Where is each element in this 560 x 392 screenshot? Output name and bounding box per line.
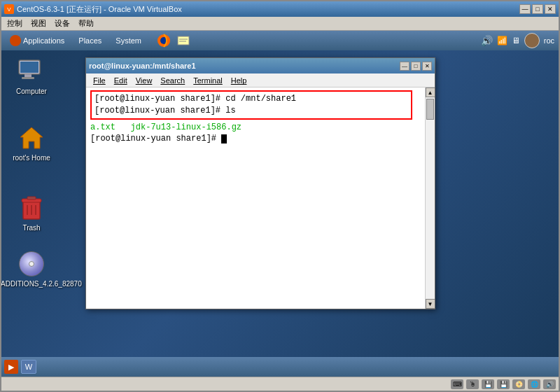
terminal-window: root@linux-yuan:/mnt/share1 — □ ✕ File E… bbox=[85, 57, 435, 309]
vbox-status-icon-audio[interactable]: 🔊 bbox=[543, 379, 556, 389]
guest-menu-applications[interactable]: Applications bbox=[6, 34, 69, 48]
guest-menu-places[interactable]: Places bbox=[74, 35, 106, 46]
home-icon-image bbox=[18, 124, 46, 152]
vbox-additions-desktop-icon[interactable]: VBOXADDITIONS_4.2.6_82870 bbox=[7, 250, 56, 289]
terminal-menu-help[interactable]: Help bbox=[227, 76, 251, 85]
guest-taskbar-bottom: ▶ W bbox=[1, 357, 559, 377]
svg-marker-9 bbox=[20, 127, 43, 148]
taskbar-right-area: 🔊 📶 🖥 roc bbox=[481, 33, 554, 48]
battery-icon[interactable]: 🖥 bbox=[512, 36, 520, 46]
terminal-line-2: [root@linux-yuan share1]# ls bbox=[94, 105, 408, 117]
vbox-status-icon-keyboard[interactable]: ⌨ bbox=[451, 379, 463, 389]
trash-icon-label: Trash bbox=[20, 223, 42, 233]
vbox-close-button[interactable]: ✕ bbox=[545, 4, 556, 14]
scrollbar-down-button[interactable]: ▼ bbox=[426, 299, 435, 309]
cd-icon-image bbox=[18, 250, 46, 278]
terminal-line-1: [root@linux-yuan share1]# cd /mnt/share1 bbox=[94, 93, 408, 105]
computer-icon-label: Computer bbox=[14, 87, 49, 97]
guest-taskbar-top: Applications Places System bbox=[1, 31, 559, 50]
user-avatar bbox=[524, 33, 540, 48]
terminal-menu-edit[interactable]: Edit bbox=[110, 76, 132, 85]
vbox-statusbar: ⌨ 🖱 💾 💾 📀 🌐 🔊 bbox=[1, 377, 559, 391]
applications-icon bbox=[10, 35, 21, 46]
terminal-body[interactable]: [root@linux-yuan share1]# cd /mnt/share1… bbox=[86, 88, 425, 309]
svg-rect-2 bbox=[178, 36, 189, 45]
network-icon[interactable]: 📶 bbox=[497, 36, 507, 46]
prompt-1: [root@linux-yuan share1]# cd /mnt/share1 bbox=[94, 94, 296, 104]
desktop: Computer root's Home bbox=[1, 50, 559, 357]
username-text: roc bbox=[544, 36, 554, 45]
vbox-status-icon-cd[interactable]: 📀 bbox=[512, 379, 525, 389]
trash-desktop-icon[interactable]: Trash bbox=[7, 194, 56, 233]
vbox-status-icon-network[interactable]: 🌐 bbox=[528, 379, 540, 389]
terminal-line-4: [root@linux-yuan share1]# bbox=[90, 133, 421, 145]
virtualbox-window: V CentOS-6.3-1 [正在运行] - Oracle VM Virtua… bbox=[0, 0, 560, 392]
firefox-icon[interactable] bbox=[157, 34, 171, 48]
terminal-window-controls: — □ ✕ bbox=[400, 62, 432, 71]
computer-icon-image bbox=[18, 57, 46, 85]
vbox-status-icon-hdd2[interactable]: 💾 bbox=[497, 379, 510, 389]
terminal-menu-search[interactable]: Search bbox=[156, 76, 189, 85]
terminal-cursor bbox=[221, 134, 227, 144]
vbox-status-icon-mouse[interactable]: 🖱 bbox=[466, 379, 479, 389]
guest-menu-system[interactable]: System bbox=[111, 35, 146, 46]
start-button[interactable]: ▶ bbox=[4, 360, 18, 374]
vbox-status-icons-area: ⌨ 🖱 💾 💾 📀 🌐 🔊 bbox=[451, 379, 556, 389]
vbox-titlebar-title: V CentOS-6.3-1 [正在运行] - Oracle VM Virtua… bbox=[4, 4, 182, 15]
terminal-menu-terminal[interactable]: Terminal bbox=[189, 76, 227, 85]
terminal-content: [root@linux-yuan share1]# cd /mnt/share1… bbox=[86, 88, 435, 309]
vbox-menu-help[interactable]: 帮助 bbox=[74, 18, 98, 29]
vbox-window-controls: — □ ✕ bbox=[519, 4, 556, 14]
terminal-close-button[interactable]: ✕ bbox=[422, 62, 432, 71]
svg-rect-8 bbox=[22, 77, 34, 79]
svg-rect-12 bbox=[27, 197, 36, 200]
vbox-menubar: 控制 视图 设备 帮助 bbox=[1, 17, 559, 31]
ls-output: a.txt jdk-7u13-linux-i586.gz bbox=[90, 122, 241, 132]
vbox-status-icon-hdd1[interactable]: 💾 bbox=[482, 379, 494, 389]
terminal-menu-file[interactable]: File bbox=[89, 76, 110, 85]
edit-icon[interactable] bbox=[176, 34, 190, 48]
scrollbar-up-button[interactable]: ▲ bbox=[426, 88, 435, 97]
terminal-line-3: a.txt jdk-7u13-linux-i586.gz bbox=[90, 122, 421, 134]
vbox-titlebar: V CentOS-6.3-1 [正在运行] - Oracle VM Virtua… bbox=[1, 1, 559, 17]
terminal-scrollbar: ▲ ▼ bbox=[425, 88, 435, 309]
prompt-3: [root@linux-yuan share1]# bbox=[90, 134, 221, 144]
svg-rect-6 bbox=[20, 62, 38, 73]
home-icon-label: root's Home bbox=[10, 153, 52, 163]
scrollbar-track[interactable] bbox=[426, 97, 435, 299]
terminal-menubar: File Edit View Search Terminal Help bbox=[86, 74, 435, 88]
speaker-icon[interactable]: 🔊 bbox=[481, 35, 493, 46]
vbox-restore-button[interactable]: □ bbox=[532, 4, 543, 14]
vbox-menu-view[interactable]: 视图 bbox=[27, 18, 50, 29]
guest-os-area: Applications Places System bbox=[1, 31, 559, 377]
vbox-minimize-button[interactable]: — bbox=[519, 4, 531, 14]
home-desktop-icon[interactable]: root's Home bbox=[7, 124, 56, 163]
terminal-titlebar: root@linux-yuan:/mnt/share1 — □ ✕ bbox=[86, 58, 435, 74]
terminal-minimize-button[interactable]: — bbox=[400, 62, 410, 71]
trash-icon-image bbox=[18, 194, 46, 222]
vbox-additions-icon-label: VBOXADDITIONS_4.2.6_82870 bbox=[1, 279, 84, 289]
terminal-restore-button[interactable]: □ bbox=[411, 62, 421, 71]
terminal-menu-view[interactable]: View bbox=[132, 76, 157, 85]
vbox-menu-control[interactable]: 控制 bbox=[3, 18, 27, 29]
vbox-menu-device[interactable]: 设备 bbox=[50, 18, 74, 29]
vbox-icon: V bbox=[4, 4, 14, 14]
terminal-title-text: root@linux-yuan:/mnt/share1 bbox=[89, 62, 196, 70]
command-highlight-box: [root@linux-yuan share1]# cd /mnt/share1… bbox=[90, 90, 412, 120]
prompt-2: [root@linux-yuan share1]# ls bbox=[94, 106, 236, 115]
vbox-title-text: CentOS-6.3-1 [正在运行] - Oracle VM VirtualB… bbox=[17, 4, 182, 15]
computer-desktop-icon[interactable]: Computer bbox=[7, 57, 56, 97]
svg-rect-7 bbox=[24, 74, 31, 77]
scrollbar-thumb[interactable] bbox=[426, 99, 434, 120]
word-taskbar-button[interactable]: W bbox=[21, 360, 36, 374]
